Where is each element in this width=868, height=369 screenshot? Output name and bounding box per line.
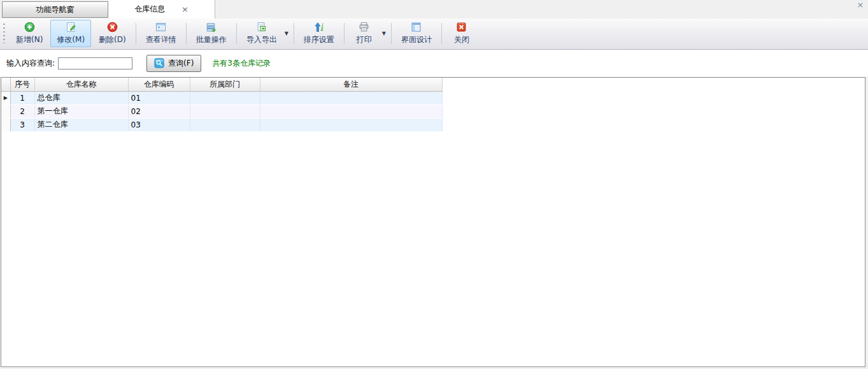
table-cell[interactable] bbox=[190, 118, 260, 131]
row-selector-header bbox=[1, 78, 10, 91]
table-cell[interactable] bbox=[190, 105, 260, 118]
import-export-button-label: 导入导出 bbox=[246, 34, 277, 45]
delete-button[interactable]: 删除(D) bbox=[92, 20, 132, 47]
toolbar-separator bbox=[344, 23, 345, 44]
table-row[interactable]: 3第二仓库03 bbox=[1, 118, 442, 131]
table-cell[interactable]: 3 bbox=[10, 118, 34, 131]
query-button-label: 查询(F) bbox=[168, 58, 194, 69]
ui-design-icon bbox=[411, 22, 422, 33]
batch-ops-button[interactable]: 批量操作 bbox=[190, 20, 233, 47]
table-cell[interactable] bbox=[260, 105, 442, 118]
toolbar-separator bbox=[391, 23, 392, 44]
tab-bar: 功能导航窗 仓库信息 × × bbox=[0, 0, 868, 18]
sort-settings-button-label: 排序设置 bbox=[304, 34, 334, 45]
table-row[interactable]: 2第一仓库02 bbox=[1, 105, 442, 118]
window-close-icon[interactable]: × bbox=[856, 1, 865, 10]
query-button[interactable]: 查询(F) bbox=[146, 55, 201, 72]
toolbar-separator bbox=[136, 23, 136, 44]
table-cell[interactable]: 03 bbox=[128, 118, 190, 131]
add-button[interactable]: 新增(N) bbox=[10, 20, 49, 47]
sort-settings-button[interactable]: 排序设置 bbox=[297, 20, 341, 47]
table-cell[interactable] bbox=[260, 91, 442, 105]
search-input[interactable] bbox=[58, 57, 132, 69]
table-cell[interactable]: 第一仓库 bbox=[34, 105, 128, 118]
toolbar-gripper[interactable] bbox=[3, 24, 5, 43]
app-window: 功能导航窗 仓库信息 × × 新增(N) 修改(M) 删除(D) bbox=[0, 0, 868, 76]
row-selector[interactable] bbox=[1, 105, 10, 118]
toolbar-separator bbox=[236, 23, 237, 44]
column-header-warehouse-code[interactable]: 仓库编码 bbox=[128, 78, 190, 91]
view-details-button[interactable]: 查看详情 bbox=[139, 20, 183, 47]
table-row[interactable]: ▶1总仓库01 bbox=[1, 91, 442, 105]
tab-function-nav[interactable]: 功能导航窗 bbox=[2, 1, 108, 18]
view-details-button-label: 查看详情 bbox=[146, 34, 176, 45]
tab-warehouse-info-label: 仓库信息 bbox=[134, 4, 165, 15]
edit-button[interactable]: 修改(M) bbox=[50, 20, 91, 47]
view-details-icon bbox=[155, 22, 166, 33]
table-cell[interactable] bbox=[190, 91, 260, 105]
edit-icon bbox=[66, 22, 76, 33]
close-window-icon bbox=[456, 22, 467, 33]
toolbar-separator bbox=[441, 23, 442, 44]
grid-body: ▶1总仓库012第一仓库023第二仓库03 bbox=[1, 91, 442, 131]
import-export-icon bbox=[256, 22, 267, 33]
toolbar: 新增(N) 修改(M) 删除(D) 查看详情 批量操作 bbox=[0, 18, 868, 50]
import-export-button[interactable]: 导入导出 bbox=[240, 20, 283, 47]
close-button[interactable]: 关闭 bbox=[445, 20, 478, 47]
warehouse-table: 序号 仓库名称 仓库编码 所属部门 备注 ▶1总仓库012第一仓库023第二仓库… bbox=[1, 78, 443, 132]
table-cell[interactable]: 01 bbox=[128, 91, 190, 105]
column-header-seq[interactable]: 序号 bbox=[10, 78, 34, 91]
row-selector[interactable] bbox=[1, 118, 10, 131]
record-count: 共有3条仓库记录 bbox=[212, 58, 271, 69]
batch-ops-icon bbox=[206, 22, 217, 33]
table-cell[interactable] bbox=[260, 118, 442, 131]
table-cell[interactable]: 1 bbox=[10, 91, 34, 105]
table-cell[interactable]: 总仓库 bbox=[34, 91, 128, 105]
column-header-warehouse-name[interactable]: 仓库名称 bbox=[34, 78, 128, 91]
table-header-row: 序号 仓库名称 仓库编码 所属部门 备注 bbox=[1, 78, 442, 91]
table-cell[interactable]: 02 bbox=[128, 105, 190, 118]
add-button-label: 新增(N) bbox=[16, 34, 43, 45]
batch-ops-button-label: 批量操作 bbox=[196, 34, 227, 45]
row-selector[interactable]: ▶ bbox=[1, 91, 10, 105]
ui-design-button-label: 界面设计 bbox=[401, 34, 432, 45]
ui-design-button[interactable]: 界面设计 bbox=[395, 20, 438, 47]
toolbar-separator bbox=[294, 23, 294, 44]
import-export-dropdown-arrow[interactable]: ▼ bbox=[284, 20, 291, 47]
delete-icon bbox=[107, 22, 118, 33]
tab-warehouse-info[interactable]: 仓库信息 × bbox=[108, 0, 215, 18]
print-button-label: 打印 bbox=[357, 34, 372, 45]
tab-close-icon[interactable]: × bbox=[181, 5, 189, 13]
sort-settings-icon bbox=[313, 22, 324, 33]
column-header-remarks[interactable]: 备注 bbox=[260, 78, 442, 91]
tab-function-nav-label: 功能导航窗 bbox=[36, 4, 75, 15]
close-button-label: 关闭 bbox=[454, 34, 469, 45]
warehouse-grid-panel: 序号 仓库名称 仓库编码 所属部门 备注 ▶1总仓库012第一仓库023第二仓库… bbox=[1, 77, 865, 367]
edit-button-label: 修改(M) bbox=[57, 34, 85, 45]
toolbar-separator bbox=[186, 23, 187, 44]
search-label: 输入内容查询: bbox=[6, 58, 55, 69]
search-icon bbox=[154, 58, 164, 68]
delete-button-label: 删除(D) bbox=[99, 34, 126, 45]
table-cell[interactable]: 第二仓库 bbox=[34, 118, 128, 131]
table-cell[interactable]: 2 bbox=[10, 105, 34, 118]
add-icon bbox=[24, 22, 35, 33]
print-dropdown-arrow[interactable]: ▼ bbox=[381, 20, 388, 47]
print-icon bbox=[359, 22, 369, 33]
print-button[interactable]: 打印 bbox=[348, 20, 381, 47]
search-bar: 输入内容查询: 查询(F) 共有3条仓库记录 bbox=[0, 50, 868, 76]
column-header-department[interactable]: 所属部门 bbox=[190, 78, 260, 91]
